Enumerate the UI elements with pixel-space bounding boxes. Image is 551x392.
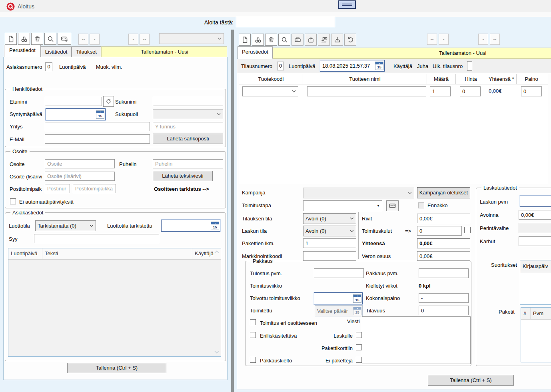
calendar-icon[interactable]: 15 bbox=[211, 222, 219, 230]
message-textarea[interactable] bbox=[362, 316, 471, 364]
reason-input[interactable] bbox=[34, 234, 159, 243]
packing-date-input[interactable] bbox=[419, 268, 469, 278]
street2-input[interactable] bbox=[45, 172, 115, 181]
import-button[interactable] bbox=[331, 34, 343, 46]
credit-status-select[interactable]: Tarkistamatta (0) bbox=[35, 220, 96, 231]
credit-checked-date-input[interactable] bbox=[162, 223, 211, 229]
campaign-select[interactable] bbox=[303, 188, 414, 198]
save-order-button[interactable]: Tallenna (Ctrl + S) bbox=[428, 375, 514, 386]
package-card-checkbox[interactable] bbox=[356, 344, 362, 350]
volume-input[interactable] bbox=[419, 306, 469, 315]
street-input[interactable] bbox=[45, 159, 115, 168]
reminders-input[interactable] bbox=[519, 236, 551, 246]
calendar-icon: 15 bbox=[353, 307, 361, 315]
notes-scroll-up[interactable] bbox=[214, 250, 219, 254]
first-name-input[interactable] bbox=[45, 97, 102, 106]
delete-customer-button[interactable] bbox=[31, 33, 43, 45]
postal-code-input[interactable] bbox=[45, 184, 70, 193]
collection-stage-input bbox=[519, 223, 551, 233]
calendar-icon[interactable]: 15 bbox=[353, 294, 361, 303]
grand-total-value[interactable] bbox=[417, 238, 470, 248]
product-quantity-input[interactable] bbox=[430, 86, 451, 96]
payment-button[interactable] bbox=[318, 34, 330, 46]
find-customer-button[interactable] bbox=[18, 33, 30, 45]
tab-lisatiedot[interactable]: Lisätiedot bbox=[41, 46, 72, 57]
package-count-input[interactable] bbox=[303, 238, 356, 248]
delivery-method-select[interactable]: ▼ bbox=[303, 200, 382, 211]
send-email-button[interactable]: Lähetä sähköposti bbox=[153, 134, 223, 144]
no-packing-checkbox[interactable] bbox=[250, 357, 256, 363]
no-packages-checkbox[interactable] bbox=[356, 357, 362, 363]
new-order-button[interactable] bbox=[239, 34, 251, 46]
left-toolbar-selector[interactable] bbox=[159, 33, 224, 44]
save-customer-button[interactable]: Tallenna (Ctrl + S) bbox=[67, 363, 166, 373]
find-order-button[interactable] bbox=[252, 34, 264, 46]
tab-tilaukset[interactable]: Tilaukset bbox=[72, 46, 101, 57]
last-name-input[interactable] bbox=[153, 97, 223, 106]
send-sms-button[interactable]: Lähetä tekstiviesti bbox=[153, 171, 213, 181]
customer-notes-button[interactable] bbox=[58, 33, 71, 45]
tab-perustiedot-right[interactable]: Perustiedot bbox=[238, 46, 273, 59]
order-status-select[interactable]: Avoin (0) bbox=[303, 213, 356, 224]
print-order-button[interactable] bbox=[291, 34, 303, 46]
calendar-icon[interactable]: 15 bbox=[375, 62, 383, 70]
delivery-address-button[interactable] bbox=[386, 200, 399, 211]
invoice-date-input[interactable] bbox=[521, 198, 551, 204]
credit-checked-date-picker[interactable]: 15 bbox=[161, 220, 220, 232]
order-created-input[interactable] bbox=[321, 63, 375, 69]
chevron-down-icon bbox=[218, 37, 222, 40]
other-address-checkbox[interactable] bbox=[250, 319, 256, 325]
total-weight-input[interactable] bbox=[419, 293, 469, 303]
product-price-input[interactable] bbox=[460, 86, 481, 96]
birth-date-input[interactable] bbox=[47, 112, 96, 118]
tab-perustiedot-left[interactable]: Perustiedot bbox=[4, 45, 41, 57]
phone-input[interactable] bbox=[153, 159, 223, 168]
rows-total-value[interactable] bbox=[417, 214, 470, 223]
new-customer-button[interactable] bbox=[5, 33, 17, 45]
quick-start-input[interactable] bbox=[236, 17, 335, 27]
postal-city-input[interactable] bbox=[73, 184, 116, 193]
email-input[interactable] bbox=[45, 134, 150, 144]
address-check-link[interactable]: Osoitteen tarkistus --> bbox=[154, 186, 209, 192]
separate-handling-checkbox[interactable] bbox=[250, 332, 256, 338]
company-input[interactable] bbox=[45, 122, 150, 131]
other-address-label: Toimitus eri osoitteeseen bbox=[260, 320, 317, 326]
package-count-label: Pakettien lkm. bbox=[242, 240, 275, 246]
undo-button[interactable] bbox=[344, 34, 356, 46]
app-tab-title[interactable]: Aloitus bbox=[18, 3, 34, 10]
invoice-checkbox[interactable] bbox=[356, 332, 362, 338]
tax-label: Veron osuus bbox=[362, 253, 391, 259]
top-window-button[interactable] bbox=[338, 0, 356, 9]
search-order-button[interactable] bbox=[278, 34, 290, 46]
swap-names-button[interactable] bbox=[103, 96, 114, 107]
calendar-icon[interactable]: 15 bbox=[96, 110, 104, 119]
ext-order-input[interactable] bbox=[467, 61, 472, 71]
package-button[interactable] bbox=[305, 34, 317, 46]
marketing-code-input[interactable] bbox=[303, 251, 356, 261]
search-customer-button[interactable] bbox=[44, 33, 56, 45]
invoice-status-select[interactable]: Avoin (0) bbox=[303, 226, 356, 236]
no-auto-updates-checkbox[interactable] bbox=[10, 198, 16, 204]
campaign-defaults-button[interactable]: Kampanjan oletukset bbox=[417, 187, 470, 198]
print-date-input[interactable] bbox=[314, 268, 364, 278]
tax-value[interactable] bbox=[417, 251, 470, 261]
wished-week-input[interactable] bbox=[315, 296, 353, 302]
trash-icon bbox=[34, 35, 41, 43]
advance-checkbox[interactable] bbox=[418, 202, 424, 208]
panel-splitter[interactable] bbox=[231, 30, 234, 392]
product-code-select[interactable] bbox=[242, 86, 298, 96]
business-id-input[interactable] bbox=[153, 122, 223, 131]
product-name-input[interactable] bbox=[307, 86, 426, 96]
delete-order-button[interactable] bbox=[265, 34, 277, 46]
gender-select[interactable] bbox=[153, 109, 223, 119]
packages-col-num: # bbox=[521, 308, 531, 319]
delivery-costs-checkbox[interactable] bbox=[464, 227, 471, 233]
open-amount-input[interactable] bbox=[519, 210, 551, 220]
wished-week-picker[interactable]: 15 bbox=[314, 292, 363, 304]
birth-date-picker[interactable]: 15 bbox=[46, 108, 106, 120]
product-weight-input[interactable] bbox=[521, 86, 542, 96]
delivery-costs-input[interactable] bbox=[417, 226, 462, 236]
invoice-date-picker[interactable] bbox=[520, 196, 551, 207]
order-created-picker[interactable]: 15 bbox=[320, 60, 385, 72]
notes-scroll-down[interactable] bbox=[214, 350, 219, 354]
